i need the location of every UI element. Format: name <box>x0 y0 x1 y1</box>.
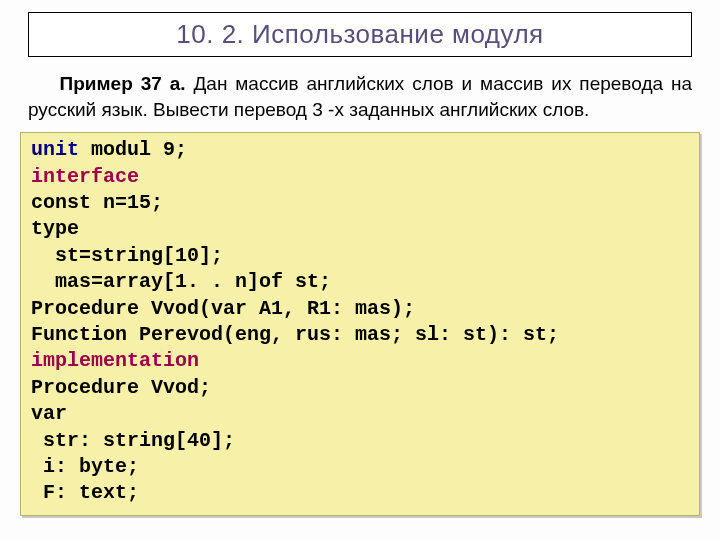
code-line-3: const n=15; <box>31 191 163 214</box>
code-line-5: st=string[10]; <box>31 244 223 267</box>
code-line-6: mas=array[1. . n]of st; <box>31 270 331 293</box>
code-line-1-rest: modul 9; <box>79 138 187 161</box>
code-line-4: type <box>31 217 79 240</box>
code-line-12: str: string[40]; <box>31 429 235 452</box>
section-heading: 10. 2. Использование модуля <box>28 12 692 57</box>
code-line-10: Procedure Vvod; <box>31 376 211 399</box>
example-label: Пример 37 а. <box>60 73 186 94</box>
code-line-1-kw: unit <box>31 138 79 161</box>
code-line-9: implementation <box>31 349 199 372</box>
code-line-2: interface <box>31 165 139 188</box>
code-block: unit modul 9; interface const n=15; type… <box>20 132 700 515</box>
code-line-11: var <box>31 402 67 425</box>
example-intro: Пример 37 а. Дан массив английских слов … <box>28 71 692 122</box>
code-line-14: F: text; <box>31 481 139 504</box>
code-line-8: Function Perevod(eng, rus: mas; sl: st):… <box>31 323 559 346</box>
code-line-7: Procedure Vvod(var A1, R1: mas); <box>31 297 415 320</box>
code-line-13: i: byte; <box>31 455 139 478</box>
